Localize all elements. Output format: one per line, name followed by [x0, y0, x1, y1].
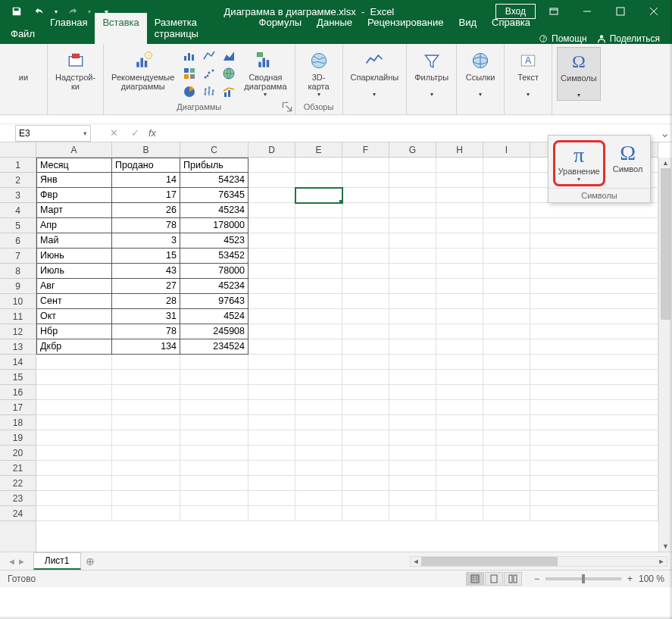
- cell-E21[interactable]: [295, 461, 342, 476]
- row-header-23[interactable]: 23: [0, 491, 36, 506]
- cell-E11[interactable]: [295, 309, 342, 324]
- cell-H3[interactable]: [436, 188, 483, 203]
- cell-H2[interactable]: [436, 173, 483, 188]
- cell-D18[interactable]: [248, 415, 295, 430]
- cell-C19[interactable]: [180, 430, 248, 445]
- normal-view-icon[interactable]: [466, 572, 484, 586]
- cell-B1[interactable]: Продано: [112, 158, 180, 173]
- row-header-16[interactable]: 16: [0, 385, 36, 400]
- cell-C3[interactable]: 76345: [180, 188, 248, 203]
- cell-E15[interactable]: [295, 370, 342, 385]
- cells-area[interactable]: МесяцПроданоПрибыльЯнв1454234Фвр1776345М…: [36, 158, 658, 552]
- hierarchy-chart-icon[interactable]: [180, 65, 198, 82]
- cell-F19[interactable]: [342, 430, 389, 445]
- cell-H19[interactable]: [436, 430, 483, 445]
- row-header-9[interactable]: 9: [0, 279, 36, 294]
- row-header-2[interactable]: 2: [0, 173, 36, 188]
- tab-Данные[interactable]: Данные: [309, 13, 360, 44]
- cell-I4[interactable]: [483, 203, 530, 218]
- cell-D16[interactable]: [248, 385, 295, 400]
- cell-G19[interactable]: [389, 430, 436, 445]
- cell-I16[interactable]: [483, 385, 530, 400]
- cell-F13[interactable]: [342, 339, 389, 355]
- zoom-slider[interactable]: [545, 577, 621, 580]
- cell-C14[interactable]: [180, 355, 248, 370]
- cell-I24[interactable]: [483, 506, 530, 521]
- cell-E3[interactable]: [295, 188, 342, 203]
- cell-H7[interactable]: [436, 249, 483, 264]
- cell-F6[interactable]: [342, 233, 389, 249]
- row-header-19[interactable]: 19: [0, 430, 36, 445]
- cell-C21[interactable]: [180, 461, 248, 476]
- cell-I22[interactable]: [483, 476, 530, 491]
- cell-B4[interactable]: 26: [112, 203, 180, 218]
- cell-H16[interactable]: [436, 385, 483, 400]
- row-header-3[interactable]: 3: [0, 188, 36, 203]
- cell-A1[interactable]: Месяц: [36, 158, 112, 173]
- cell-B12[interactable]: 78: [112, 324, 180, 339]
- cell-G5[interactable]: [389, 218, 436, 233]
- vscroll-thumb[interactable]: [661, 168, 670, 320]
- maximize-icon[interactable]: [605, 0, 636, 23]
- symbols-button[interactable]: Ω Символы▾: [557, 47, 601, 101]
- col-header-I[interactable]: I: [483, 142, 530, 157]
- cell-E16[interactable]: [295, 385, 342, 400]
- redo-icon[interactable]: [62, 1, 83, 22]
- cell-B22[interactable]: [112, 476, 180, 491]
- cell-A4[interactable]: Март: [36, 203, 112, 218]
- cell-I1[interactable]: [483, 158, 530, 173]
- cell-F4[interactable]: [342, 203, 389, 218]
- row-header-4[interactable]: 4: [0, 203, 36, 218]
- cell-H1[interactable]: [436, 158, 483, 173]
- cell-G4[interactable]: [389, 203, 436, 218]
- row-header-15[interactable]: 15: [0, 370, 36, 385]
- cell-E23[interactable]: [295, 491, 342, 506]
- cell-C4[interactable]: 45234: [180, 203, 248, 218]
- cell-H4[interactable]: [436, 203, 483, 218]
- cell-F11[interactable]: [342, 309, 389, 324]
- cell-F23[interactable]: [342, 491, 389, 506]
- cell-B3[interactable]: 17: [112, 188, 180, 203]
- sheet-tab-active[interactable]: Лист1: [33, 552, 81, 570]
- cell-G18[interactable]: [389, 415, 436, 430]
- cell-B17[interactable]: [112, 400, 180, 415]
- row-header-17[interactable]: 17: [0, 400, 36, 415]
- cell-H15[interactable]: [436, 370, 483, 385]
- cell-G8[interactable]: [389, 264, 436, 279]
- cell-C15[interactable]: [180, 370, 248, 385]
- cell-C1[interactable]: Прибыль: [180, 158, 248, 173]
- cell-G11[interactable]: [389, 309, 436, 324]
- cell-H22[interactable]: [436, 476, 483, 491]
- scatter-chart-icon[interactable]: [200, 65, 218, 82]
- cell-D11[interactable]: [248, 309, 295, 324]
- cell-E4[interactable]: [295, 203, 342, 218]
- cell-A6[interactable]: Май: [36, 233, 112, 249]
- col-header-G[interactable]: G: [389, 142, 436, 157]
- cell-E6[interactable]: [295, 233, 342, 249]
- cell-G15[interactable]: [389, 370, 436, 385]
- cell-A18[interactable]: [36, 415, 112, 430]
- cell-C13[interactable]: 234524: [180, 339, 248, 355]
- row-header-21[interactable]: 21: [0, 461, 36, 476]
- tab-Вставка[interactable]: Вставка: [95, 13, 146, 44]
- cell-D20[interactable]: [248, 445, 295, 461]
- cell-A12[interactable]: Нбр: [36, 324, 112, 339]
- cell-H9[interactable]: [436, 279, 483, 294]
- cell-A22[interactable]: [36, 476, 112, 491]
- cell-H18[interactable]: [436, 415, 483, 430]
- row-header-8[interactable]: 8: [0, 264, 36, 279]
- cell-A2[interactable]: Янв: [36, 173, 112, 188]
- addins-partial-button[interactable]: ии: [5, 47, 42, 83]
- cell-I19[interactable]: [483, 430, 530, 445]
- sheet-nav[interactable]: ◄►: [0, 557, 33, 566]
- filters-button[interactable]: Фильтры▾: [411, 47, 452, 99]
- cell-D14[interactable]: [248, 355, 295, 370]
- stock-chart-icon[interactable]: [200, 83, 218, 100]
- cell-D24[interactable]: [248, 506, 295, 521]
- row-header-24[interactable]: 24: [0, 506, 36, 521]
- cell-I3[interactable]: [483, 188, 530, 203]
- row-header-12[interactable]: 12: [0, 324, 36, 339]
- cell-I17[interactable]: [483, 400, 530, 415]
- name-box-dropdown-icon[interactable]: ▾: [83, 130, 87, 137]
- cell-F17[interactable]: [342, 400, 389, 415]
